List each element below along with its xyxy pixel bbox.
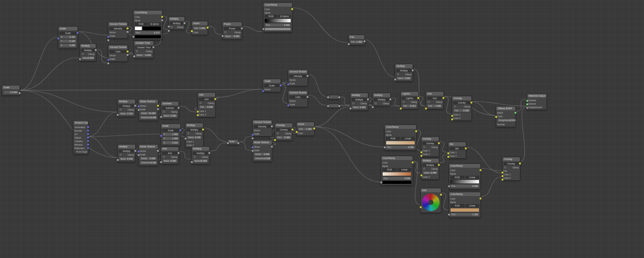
s[interactable] [137, 150, 140, 153]
s[interactable] [167, 25, 170, 28]
node-overlay-r2[interactable]: Overlay Overlay Clamp Color 1 Color 2 [421, 137, 439, 157]
s[interactable] [526, 106, 529, 109]
node-noise-2[interactable]: Noise Texture Vector Scale Detail0.000 D… [138, 144, 158, 166]
node-diffuse-bsdf[interactable]: Diffuse BSDF BSDF Color Roughness0.000 N… [496, 106, 516, 127]
s[interactable] [411, 161, 414, 164]
s[interactable] [251, 133, 254, 136]
s[interactable] [411, 69, 414, 72]
s[interactable] [137, 154, 140, 156]
s[interactable] [270, 125, 273, 128]
s[interactable] [349, 107, 352, 110]
node-voronoi-4[interactable]: Voronoi Texture Intensity Vector Scale [288, 69, 308, 86]
s[interactable] [116, 159, 119, 161]
s[interactable] [389, 98, 392, 101]
s[interactable] [107, 58, 110, 61]
s[interactable] [126, 50, 129, 53]
s[interactable] [448, 185, 450, 188]
s[interactable] [501, 171, 504, 174]
node-scale-mid[interactable]: Scale Scale Vector [263, 79, 281, 92]
s[interactable] [417, 97, 420, 99]
s[interactable] [134, 149, 137, 152]
node-reroute-2[interactable] [328, 104, 340, 108]
node-scale-xyz-2[interactable]: Scale Scale X1.000 Y1.000 Z0.010 [161, 124, 181, 146]
node-noise-1[interactable]: Noise Texture Vector Scale Detail16.000 … [138, 99, 158, 121]
socket-out[interactable] [18, 92, 21, 95]
node-scale-knob[interactable]: Scale [227, 139, 239, 145]
s[interactable] [157, 108, 159, 111]
node-scale-input[interactable]: Scale 14.000 [2, 85, 20, 96]
node-mix[interactable]: Mix Mix Color 1 Color 2 [448, 142, 466, 159]
s[interactable] [270, 145, 273, 148]
s[interactable] [420, 154, 423, 157]
s[interactable] [380, 181, 383, 184]
node-add-colorwheel[interactable]: Add [420, 188, 441, 213]
node-colorramp-r4[interactable]: ColorRamp Color Alpha RGBLinear Pos1.183 [449, 192, 481, 218]
s[interactable] [399, 107, 402, 110]
s[interactable] [383, 146, 386, 149]
node-colorramp-big[interactable]: ColorRamp Color Alpha RGBB-Spline Pos0.5… [263, 2, 292, 32]
s[interactable] [206, 26, 209, 29]
node-multiply-mid[interactable]: Multiply Multiply Clamp Value0.345 Color… [185, 123, 203, 148]
s[interactable] [196, 110, 199, 113]
s[interactable] [526, 99, 529, 102]
sock-in[interactable] [57, 37, 60, 40]
s[interactable] [519, 162, 521, 165]
s[interactable] [425, 107, 427, 110]
s[interactable] [262, 90, 265, 92]
node-colorramp-r1[interactable]: ColorRamp Color Alpha RGBLinear Pos0.000 [384, 125, 417, 151]
s[interactable] [338, 105, 341, 107]
node-overlay-r[interactable]: Overlay Overlay Clamp Fac0.200 Color 1 C… [452, 96, 472, 121]
s[interactable] [464, 147, 467, 150]
s[interactable] [327, 96, 330, 99]
s[interactable] [367, 98, 369, 101]
s[interactable] [420, 174, 423, 177]
node-editor-canvas[interactable]: Scale 14.000 Scale Scale X0.100 Y0.100 Z… [0, 0, 644, 258]
s[interactable] [437, 142, 440, 145]
s[interactable] [306, 96, 309, 98]
s[interactable] [160, 134, 162, 137]
s[interactable] [184, 137, 187, 140]
s[interactable] [479, 169, 482, 172]
s[interactable] [291, 128, 294, 131]
s[interactable] [161, 19, 164, 22]
s[interactable] [132, 35, 135, 38]
s[interactable] [87, 133, 89, 135]
s[interactable] [183, 22, 186, 25]
node-multiply-low[interactable]: Multiply Multiply Clamp Value16.000 [191, 146, 210, 164]
node-greater-than[interactable]: Greater Than Greater Than Clamp Value0.4… [134, 41, 154, 58]
s[interactable] [437, 163, 440, 166]
node-colorramp-r2[interactable]: ColorRamp Color Alpha RGBLinear Pos0.000 [381, 156, 413, 186]
s[interactable] [262, 28, 265, 30]
s[interactable] [214, 98, 217, 100]
node-reroute-1[interactable] [328, 95, 340, 99]
s[interactable] [87, 147, 89, 149]
s[interactable] [126, 30, 129, 33]
node-colorramp-r3[interactable]: ColorRamp Color Alpha RGBLinear Pos0.000 [449, 163, 481, 189]
s[interactable] [226, 142, 229, 145]
s[interactable] [157, 149, 159, 152]
s[interactable] [440, 193, 442, 196]
s[interactable] [470, 101, 473, 104]
s[interactable] [313, 127, 316, 130]
s[interactable] [451, 118, 454, 121]
s[interactable] [306, 75, 309, 77]
s[interactable] [451, 114, 454, 117]
s[interactable] [107, 35, 110, 38]
node-add-2[interactable]: Add Add Clamp Value0.500 [161, 146, 179, 164]
node-noise-3[interactable]: Noise Texture Vector Scale Detail9.900 D… [252, 140, 272, 162]
s[interactable] [287, 104, 290, 107]
node-lighten[interactable]: Lighten Lighten Clamp Fac0.512 [400, 91, 419, 109]
node-voronoi-1[interactable]: Voronoi Texture Intensity Vector Scale [108, 22, 128, 39]
s[interactable] [87, 143, 89, 146]
node-multiply-r1[interactable]: Multiply Multiply Clamp Value0.400 [350, 93, 368, 111]
s[interactable] [160, 161, 162, 163]
s[interactable] [87, 129, 89, 132]
s[interactable] [116, 113, 119, 116]
node-invert-mid[interactable]: Invert Fac1.000 Color [296, 122, 314, 136]
s[interactable] [126, 54, 129, 56]
s[interactable] [371, 106, 374, 109]
s[interactable] [447, 155, 450, 158]
s[interactable] [251, 137, 254, 140]
s[interactable] [87, 140, 89, 142]
s[interactable] [167, 29, 170, 32]
